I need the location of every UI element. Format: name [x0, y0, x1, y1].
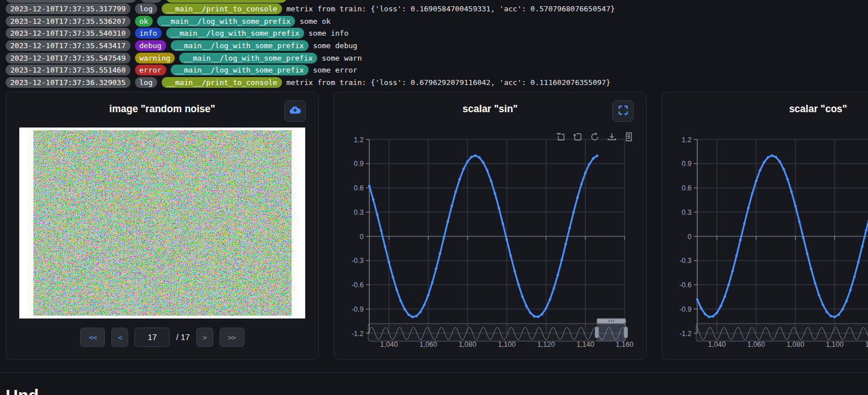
- bottom-heading: Und: [6, 386, 868, 395]
- last-page-button[interactable]: >>: [220, 328, 245, 347]
- page-total-label: / 17: [176, 333, 189, 342]
- log-message: some error: [313, 66, 357, 74]
- log-level-badge: log: [135, 77, 157, 88]
- svg-text:1.2: 1.2: [354, 136, 364, 144]
- log-message: metrix from train: {'loss': 0.6796292079…: [286, 79, 610, 86]
- log-message: some info: [309, 29, 348, 37]
- cos-chart-card: scalar "cos" 1.20.90.60.30-0.3-0.6-0.9-1…: [661, 92, 868, 360]
- svg-text:-0.6: -0.6: [679, 281, 692, 289]
- svg-text:1,040: 1,040: [708, 341, 726, 349]
- slider-handle[interactable]: [595, 327, 599, 338]
- log-row: 2023-12-10T17:37:35.547549warning__main_…: [6, 52, 868, 64]
- log-level-badge: ok: [135, 16, 153, 27]
- svg-text:0.9: 0.9: [682, 160, 692, 168]
- image-card-title: image "random noise": [109, 103, 216, 115]
- log-level-badge: error: [135, 65, 166, 75]
- prev-page-button[interactable]: <: [111, 328, 128, 347]
- chart-toolbox: [556, 132, 634, 142]
- log-row: 2023-12-10T17:37:35.551460error__main__/…: [6, 64, 868, 77]
- svg-text:0.6: 0.6: [354, 184, 364, 192]
- log-message: some debug: [313, 42, 357, 49]
- svg-text:1,140: 1,140: [576, 341, 594, 349]
- svg-text:0: 0: [360, 233, 364, 241]
- svg-text:1,080: 1,080: [458, 341, 476, 349]
- log-level-badge: info: [135, 28, 162, 39]
- sin-fullscreen-button[interactable]: [612, 100, 634, 122]
- section-divider: [0, 372, 868, 373]
- log-row: 2023-12-10T17:37:35.536207ok__main__/log…: [6, 15, 868, 28]
- svg-text:1,100: 1,100: [826, 341, 844, 349]
- log-timestamp-badge: 2023-12-10T17:37:35.540310: [6, 28, 130, 39]
- svg-text:1,120: 1,120: [865, 341, 868, 349]
- svg-text:1,040: 1,040: [380, 341, 398, 349]
- log-tag-badge: __main__/log_with_some_prefix: [179, 53, 317, 63]
- data-view-icon[interactable]: [624, 132, 634, 142]
- log-level-badge: log: [135, 3, 157, 14]
- log-tag-badge: __main__/log_with_some_prefix: [166, 28, 304, 39]
- page-input[interactable]: [134, 328, 170, 347]
- restore-icon[interactable]: [590, 132, 600, 142]
- svg-text:1,160: 1,160: [616, 341, 633, 349]
- log-message: some warn: [322, 54, 361, 62]
- first-page-button[interactable]: <<: [80, 328, 105, 347]
- log-message: some ok: [300, 18, 331, 25]
- image-download-button[interactable]: [284, 100, 306, 122]
- log-level-badge: warning: [135, 53, 175, 63]
- log-timestamp-badge: 2023-12-10T17:37:35.317799: [6, 3, 130, 14]
- svg-text:1,060: 1,060: [419, 341, 437, 349]
- log-timestamp-badge: 2023-12-10T17:37:35.543417: [6, 40, 130, 51]
- log-row: 2023-12-10T17:37:36.329035log__main__/pr…: [6, 77, 868, 89]
- svg-text:1.2: 1.2: [682, 136, 692, 144]
- log-console: 2023-12-10T17:37:35.317799log__main__/pr…: [0, 0, 868, 88]
- log-timestamp-badge: 2023-12-10T17:37:36.329035: [6, 77, 130, 88]
- image-card: image "random noise": [6, 92, 319, 360]
- svg-text:0.6: 0.6: [682, 184, 692, 192]
- log-row: 2023-12-10T17:37:35.540310info__main__/l…: [6, 27, 868, 40]
- cos-chart-area[interactable]: 1.20.90.60.30-0.3-0.6-0.9-1.21,0401,0601…: [662, 125, 868, 360]
- log-tag-badge: __main__/print_to_console: [162, 3, 282, 14]
- cos-card-title: scalar "cos": [789, 103, 847, 115]
- log-timestamp-badge: 2023-12-10T17:37:35.547549: [6, 53, 130, 63]
- svg-text:0.3: 0.3: [682, 209, 692, 216]
- svg-text:-0.3: -0.3: [679, 257, 692, 265]
- noise-image-frame: [19, 128, 305, 318]
- cards-row: image "random noise": [0, 88, 868, 360]
- log-tag-badge: __main__/print_to_console: [162, 77, 282, 88]
- svg-text:0.9: 0.9: [354, 160, 364, 168]
- log-tag-badge: __main__/log_with_some_prefix: [171, 65, 309, 75]
- sin-card-title: scalar "sin": [462, 103, 517, 115]
- svg-text:-0.6: -0.6: [351, 281, 364, 289]
- svg-text:-0.9: -0.9: [679, 305, 692, 313]
- log-tag-badge: [166, 0, 286, 3]
- svg-text:1,080: 1,080: [786, 341, 804, 349]
- svg-text:1,100: 1,100: [498, 341, 516, 349]
- log-level-badge: debug: [135, 40, 166, 51]
- log-timestamp-badge: 2023-12-10T17:37:35.536207: [6, 16, 130, 27]
- save-image-icon[interactable]: [607, 132, 617, 142]
- sin-chart-area[interactable]: 1.20.90.60.30-0.3-0.6-0.9-1.21,0401,0601…: [334, 125, 646, 360]
- svg-text:-1.2: -1.2: [679, 330, 692, 338]
- random-noise-image: [33, 130, 292, 316]
- log-tag-badge: __main__/log_with_some_prefix: [171, 40, 309, 51]
- log-tag-badge: __main__/log_with_some_prefix: [157, 16, 295, 27]
- log-row: 2023-12-10T17:37:35.543417debug__main__/…: [6, 40, 868, 52]
- slider-handle[interactable]: [624, 327, 628, 338]
- zoom-reset-icon[interactable]: [573, 132, 583, 142]
- log-timestamp-badge: 2023-12-10T17:37:35.551460: [6, 65, 130, 75]
- svg-text:-0.9: -0.9: [351, 305, 364, 313]
- cloud-download-icon: [289, 104, 301, 118]
- log-timestamp-badge: [6, 0, 136, 3]
- zoom-box-icon[interactable]: [556, 132, 566, 142]
- log-row: 2023-12-10T17:37:35.317799log__main__/pr…: [6, 3, 868, 15]
- image-pagination: << < / 17 > >>: [6, 328, 318, 347]
- fullscreen-icon: [617, 104, 629, 118]
- log-level-badge: [141, 0, 162, 3]
- svg-text:0.3: 0.3: [354, 209, 364, 216]
- svg-text:-0.3: -0.3: [351, 257, 364, 265]
- sin-card-header: scalar "sin": [334, 92, 646, 125]
- svg-text:1,120: 1,120: [537, 341, 555, 349]
- svg-text:-1.2: -1.2: [351, 330, 364, 338]
- sin-chart-card: scalar "sin" 1.20.90.60.30-0.3-0.6-0.9-1…: [334, 92, 647, 360]
- next-page-button[interactable]: >: [196, 328, 213, 347]
- cos-card-header: scalar "cos": [662, 92, 868, 125]
